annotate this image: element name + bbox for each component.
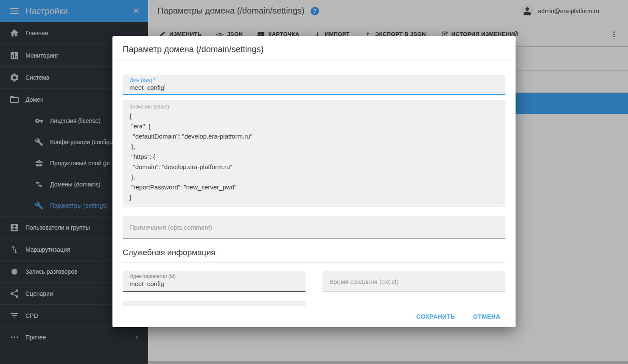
created-field[interactable]: Время создания (ext.ct)	[322, 271, 505, 292]
key-field-value: meet_config	[129, 84, 164, 91]
save-button[interactable]: СОХРАНИТЬ	[416, 313, 455, 320]
value-field[interactable]: Значение (value) { "era": { "defaultDoma…	[123, 100, 505, 206]
service-info-fields: Идентификатор (id) meet_config Время соз…	[123, 271, 505, 292]
text-caret	[165, 84, 165, 91]
comment-field[interactable]: Примечания (opts.comment)	[123, 216, 505, 239]
created-field-placeholder: Время создания (ext.ct)	[329, 278, 399, 285]
id-field[interactable]: Идентификатор (id) meet_config	[123, 271, 306, 292]
value-field-value: { "era": { "defaultDomain": "develop.era…	[129, 111, 499, 203]
dialog-body: Имя (key) * meet_config Значение (value)…	[112, 61, 516, 306]
dialog-header: Параметр домена (/domain/settings)	[112, 36, 516, 61]
cancel-button[interactable]: ОТМЕНА	[473, 313, 500, 320]
dialog-title: Параметр домена (/domain/settings)	[123, 44, 505, 54]
domain-parameter-dialog: Параметр домена (/domain/settings) Имя (…	[112, 36, 516, 327]
id-field-label: Идентификатор (id)	[129, 273, 299, 279]
dialog-actions: СОХРАНИТЬ ОТМЕНА	[112, 306, 516, 327]
service-info-section-title: Служебная информация	[123, 248, 505, 263]
id-field-value: meet_config	[129, 280, 299, 287]
key-field-label: Имя (key) *	[129, 77, 499, 83]
comment-field-placeholder: Примечания (opts.comment)	[129, 224, 212, 231]
clipped-field[interactable]	[123, 301, 306, 306]
app-root: Настройки ✕ Главная Мониторинг Система Д…	[0, 0, 628, 364]
key-field[interactable]: Имя (key) * meet_config	[123, 75, 505, 95]
value-field-label: Значение (value)	[129, 104, 499, 110]
